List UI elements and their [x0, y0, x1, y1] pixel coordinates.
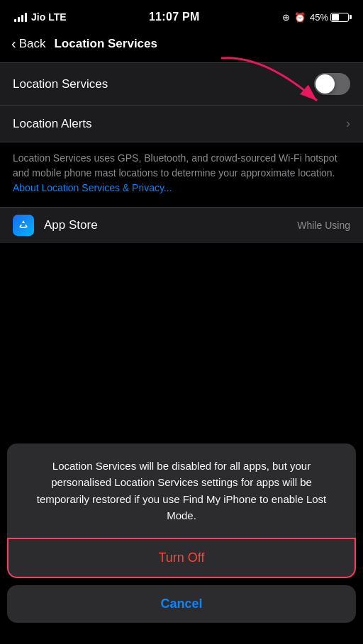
alarm-icon: ⏰: [294, 12, 306, 23]
toggle-thumb: [315, 74, 335, 94]
modal-overlay: Location Services will be disabled for a…: [0, 444, 363, 644]
location-services-row[interactable]: Location Services: [0, 62, 363, 106]
location-services-label: Location Services: [13, 77, 108, 91]
back-label: Back: [19, 37, 46, 51]
settings-section: Location Services Location Alerts ›: [0, 62, 363, 142]
app-store-icon: [13, 215, 34, 236]
carrier-label: Jio: [31, 11, 45, 23]
location-status-icon: ⊕: [282, 12, 290, 23]
status-time: 11:07 PM: [149, 11, 200, 23]
location-alerts-label: Location Alerts: [13, 117, 92, 131]
nav-title: Location Services: [54, 37, 157, 51]
battery-container: 45%: [310, 12, 349, 23]
popup-message: Location Services will be disabled for a…: [7, 444, 356, 538]
app-store-row[interactable]: App Store While Using: [0, 207, 363, 243]
status-bar: Jio LTE 11:07 PM ⊕ ⏰ 45%: [0, 0, 363, 31]
battery-percent: 45%: [310, 12, 328, 23]
popup-card: Location Services will be disabled for a…: [7, 444, 356, 578]
back-chevron-icon: ‹: [11, 36, 16, 50]
nav-bar: ‹ Back Location Services: [0, 31, 363, 60]
location-services-toggle[interactable]: [314, 73, 350, 95]
signal-icon: [14, 13, 27, 22]
network-type-label: LTE: [48, 11, 66, 23]
back-button[interactable]: ‹ Back: [11, 37, 45, 51]
battery-fill: [332, 14, 339, 21]
location-alerts-row[interactable]: Location Alerts ›: [0, 106, 363, 142]
status-left: Jio LTE: [14, 11, 67, 23]
description-main-text: Location Services uses GPS, Bluetooth, a…: [13, 152, 337, 179]
location-description: Location Services uses GPS, Bluetooth, a…: [0, 142, 363, 207]
privacy-link[interactable]: About Location Services & Privacy...: [13, 182, 172, 193]
chevron-right-icon: ›: [346, 116, 350, 131]
battery-icon: [330, 13, 349, 22]
app-store-status: While Using: [297, 220, 350, 231]
status-right: ⊕ ⏰ 45%: [282, 12, 349, 23]
app-store-label: App Store: [44, 218, 297, 232]
turn-off-button[interactable]: Turn Off: [7, 538, 356, 578]
cancel-button[interactable]: Cancel: [7, 585, 356, 623]
